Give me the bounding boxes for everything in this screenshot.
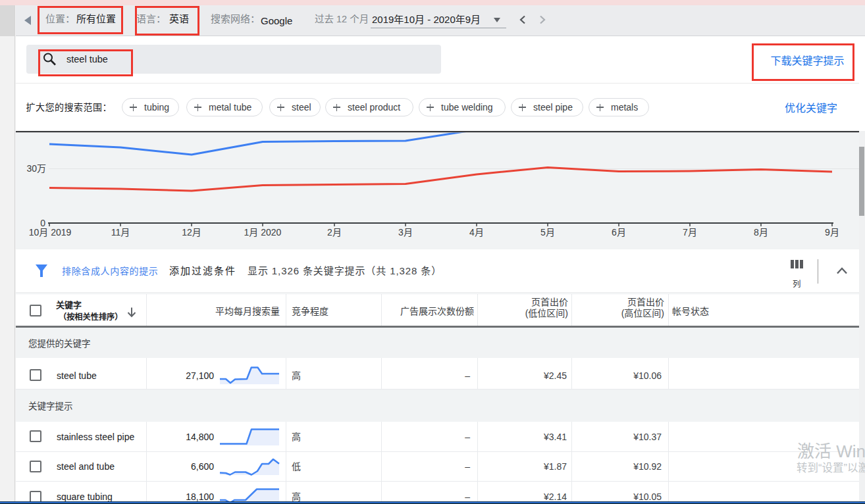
svg-text:10月 2019: 10月 2019 (29, 227, 72, 238)
svg-text:8月: 8月 (754, 227, 768, 238)
svg-text:30万: 30万 (26, 163, 46, 174)
svg-text:4月: 4月 (469, 227, 484, 238)
svg-text:3月: 3月 (398, 227, 413, 238)
svg-text:11月: 11月 (111, 227, 130, 238)
svg-text:9月: 9月 (825, 227, 839, 238)
svg-text:1月 2020: 1月 2020 (244, 227, 282, 238)
svg-text:12月: 12月 (182, 227, 201, 238)
svg-text:6月: 6月 (612, 227, 626, 238)
svg-text:5月: 5月 (540, 227, 555, 238)
svg-text:7月: 7月 (683, 227, 697, 238)
svg-text:2月: 2月 (327, 227, 342, 238)
